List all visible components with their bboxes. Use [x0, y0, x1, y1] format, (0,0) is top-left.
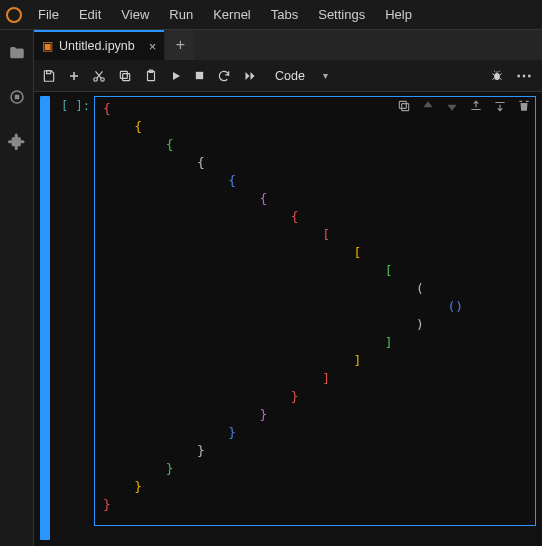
insert-below-icon[interactable] — [493, 99, 507, 113]
restart-button[interactable] — [217, 69, 231, 83]
menu-settings[interactable]: Settings — [308, 7, 375, 22]
debug-button[interactable] — [490, 69, 504, 83]
left-sidebar — [0, 30, 34, 546]
menu-tabs[interactable]: Tabs — [261, 7, 308, 22]
menu-view[interactable]: View — [111, 7, 159, 22]
save-button[interactable] — [42, 69, 56, 83]
code-line: ] — [103, 370, 527, 388]
add-cell-button[interactable] — [68, 70, 80, 82]
extensions-icon[interactable] — [8, 132, 26, 150]
svg-rect-6 — [123, 73, 130, 80]
code-line: ) — [103, 316, 527, 334]
close-icon[interactable]: × — [149, 39, 157, 54]
code-line: } — [103, 478, 527, 496]
cell-type-label: Code — [275, 69, 305, 83]
code-line: } — [103, 496, 527, 514]
run-all-button[interactable] — [243, 70, 257, 82]
code-line: [ — [103, 262, 527, 280]
code-line: { — [103, 172, 527, 190]
code-editor[interactable]: { { { { { { { [ [ [ — [94, 96, 536, 526]
svg-rect-10 — [196, 72, 203, 79]
cell-gutter[interactable] — [40, 96, 50, 540]
menu-edit[interactable]: Edit — [69, 7, 111, 22]
code-line: } — [103, 406, 527, 424]
folder-icon[interactable] — [8, 44, 26, 62]
code-line: ] — [103, 334, 527, 352]
svg-rect-13 — [399, 101, 406, 108]
notebook-toolbar: Code ▾ ⋯ — [34, 60, 542, 92]
menu-file[interactable]: File — [28, 7, 69, 22]
insert-above-icon[interactable] — [469, 99, 483, 113]
stop-button[interactable] — [194, 70, 205, 81]
menubar: FileEditViewRunKernelTabsSettingsHelp — [0, 0, 542, 30]
cell-toolbar — [397, 99, 531, 113]
more-button[interactable]: ⋯ — [516, 66, 534, 85]
code-line: { — [103, 154, 527, 172]
tab-title: Untitled.ipynb — [59, 39, 135, 53]
svg-point-0 — [7, 8, 21, 22]
notebook-area: [ ]: { { { — [34, 92, 542, 546]
cut-button[interactable] — [92, 69, 106, 83]
svg-point-11 — [494, 73, 500, 80]
code-line: { — [103, 136, 527, 154]
running-icon[interactable] — [8, 88, 26, 106]
svg-rect-3 — [47, 70, 51, 73]
menu-help[interactable]: Help — [375, 7, 422, 22]
code-line: } — [103, 424, 527, 442]
move-down-icon[interactable] — [445, 99, 459, 113]
svg-rect-7 — [120, 71, 127, 78]
tab-untitled[interactable]: ▣ Untitled.ipynb × — [34, 30, 164, 60]
paste-button[interactable] — [144, 69, 158, 83]
copy-button[interactable] — [118, 69, 132, 83]
code-line: } — [103, 460, 527, 478]
code-line: [ — [103, 226, 527, 244]
code-line: { — [103, 208, 527, 226]
tabbar: ▣ Untitled.ipynb × + — [34, 30, 542, 60]
duplicate-cell-icon[interactable] — [397, 99, 411, 113]
chevron-down-icon: ▾ — [323, 70, 328, 81]
jupyter-logo-icon — [0, 6, 28, 24]
run-button[interactable] — [170, 70, 182, 82]
menu-kernel[interactable]: Kernel — [203, 7, 261, 22]
svg-rect-2 — [14, 95, 19, 100]
code-line: ( — [103, 280, 527, 298]
delete-cell-icon[interactable] — [517, 99, 531, 113]
code-line: { — [103, 118, 527, 136]
cell-type-select[interactable]: Code ▾ — [269, 69, 334, 83]
code-line: () — [103, 298, 527, 316]
cell-prompt: [ ]: — [52, 96, 94, 113]
new-tab-button[interactable]: + — [166, 30, 194, 60]
code-line: } — [103, 442, 527, 460]
code-line: } — [103, 388, 527, 406]
move-up-icon[interactable] — [421, 99, 435, 113]
notebook-icon: ▣ — [42, 39, 53, 53]
svg-rect-12 — [402, 104, 409, 111]
menu-run[interactable]: Run — [159, 7, 203, 22]
code-line: { — [103, 190, 527, 208]
code-line: [ — [103, 244, 527, 262]
code-line: ] — [103, 352, 527, 370]
